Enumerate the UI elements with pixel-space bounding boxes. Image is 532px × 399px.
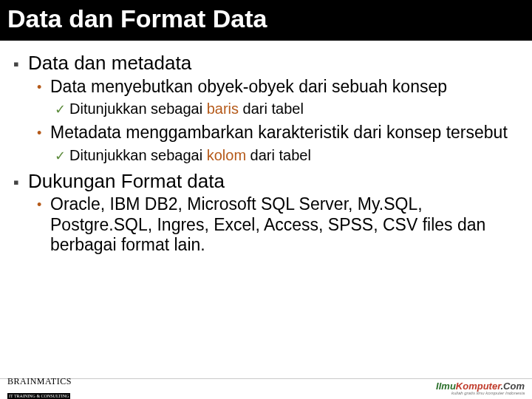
- check-bullet-icon: ✓: [55, 100, 69, 118]
- bullet-text: Oracle, IBM DB2, Microsoft SQL Server, M…: [50, 194, 519, 256]
- slide-content: ▪ Data dan metadata • Data menyebutkan o…: [0, 41, 532, 256]
- square-bullet-icon: ▪: [13, 51, 28, 75]
- title-bar: Data dan Format Data: [0, 0, 532, 41]
- logo-part-ilmu: Ilmu: [436, 381, 456, 392]
- dot-bullet-icon: •: [37, 123, 50, 142]
- bullet-text: Metadata menggambarkan karakteristik dar…: [50, 123, 519, 143]
- sub-bullet-highlight: kolom: [207, 147, 246, 163]
- logo-part-komputer: Komputer: [456, 381, 501, 392]
- bullet-text: Data menyebutkan obyek-obyek dari sebuah…: [50, 77, 519, 98]
- sub-bullet-pre: Ditunjukkan sebagai: [69, 147, 207, 163]
- sub-bullet-text: Ditunjukkan sebagai baris dari tabel: [69, 100, 519, 118]
- slide-title: Data dan Format Data: [7, 4, 525, 33]
- footer-right-logo: IlmuKomputer.Com kuliah gratis ilmu komp…: [436, 381, 525, 395]
- dot-bullet-icon: •: [37, 194, 50, 214]
- brainmatics-logo-text: BRAINMATICS: [7, 376, 72, 387]
- section-heading: ▪ Dukungan Format data: [13, 169, 519, 194]
- check-bullet-icon: ✓: [55, 146, 69, 165]
- section-heading: ▪ Data dan metadata: [13, 51, 519, 75]
- logo-part-com: .Com: [501, 381, 525, 392]
- sub-bullet-text: Ditunjukkan sebagai kolom dari tabel: [69, 146, 519, 165]
- sub-bullet-item: ✓ Ditunjukkan sebagai baris dari tabel: [55, 100, 519, 118]
- brand-part-a: BRAIN: [7, 376, 37, 386]
- sub-bullet-post: dari tabel: [246, 147, 311, 163]
- section-heading-text: Dukungan Format data: [28, 169, 519, 194]
- square-bullet-icon: ▪: [13, 169, 28, 193]
- bullet-item: • Oracle, IBM DB2, Microsoft SQL Server,…: [37, 194, 519, 256]
- sub-bullet-post: dari tabel: [239, 100, 304, 117]
- sub-bullet-pre: Ditunjukkan sebagai: [69, 100, 207, 117]
- section-heading-text: Data dan metadata: [28, 51, 519, 75]
- brand-part-b: MATICS: [37, 376, 72, 386]
- bullet-item: • Metadata menggambarkan karakteristik d…: [37, 123, 519, 143]
- sub-bullet-item: ✓ Ditunjukkan sebagai kolom dari tabel: [55, 146, 519, 165]
- footer-left-logo: BRAINMATICS IT TRAINING & CONSULTING: [7, 376, 72, 399]
- ilmukomputer-logo-text: IlmuKomputer.Com: [436, 381, 525, 391]
- sub-bullet-highlight: baris: [207, 100, 239, 117]
- brainmatics-tagline: IT TRAINING & CONSULTING: [7, 393, 70, 399]
- slide-footer: BRAINMATICS IT TRAINING & CONSULTING Ilm…: [0, 378, 532, 396]
- dot-bullet-icon: •: [37, 77, 50, 96]
- bullet-item: • Data menyebutkan obyek-obyek dari sebu…: [37, 77, 519, 98]
